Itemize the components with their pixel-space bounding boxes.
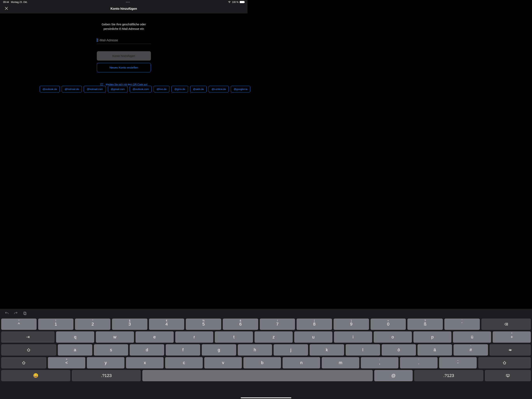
domain-chip[interactable]: @outlook.com [130,86,152,92]
domain-chip[interactable]: @outlook.de [40,86,60,92]
svg-point-0 [229,3,230,3]
wifi-icon [228,1,231,3]
multitask-dots[interactable] [126,2,129,3]
qr-icon [100,83,103,86]
domain-chip[interactable]: @web.de [190,86,207,92]
status-bar: 09:44 Montag 23. Okt. 100 % [0,0,247,4]
email-domain-suggestions: @outlook.de@hotmail.de@hotmail.com@gmail… [0,86,247,92]
domain-chip[interactable]: @live.de [154,86,169,92]
text-cursor [97,38,97,42]
status-date: Montag 23. Okt. [11,1,27,4]
add-account-button[interactable]: Konto hinzufügen [97,51,151,61]
svg-rect-2 [102,83,103,84]
prompt-text: Geben Sie Ihre geschäftliche oder persön… [102,22,146,31]
page-title: Konto hinzufügen [0,7,247,11]
main-content: Geben Sie Ihre geschäftliche oder persön… [0,13,247,86]
domain-chip[interactable]: @hotmail.com [84,86,106,92]
domain-chip[interactable]: @hotmail.de [62,86,82,92]
qr-signin-link[interactable]: Melden Sie sich mit dem QR-Code auf [100,83,147,86]
domain-chip[interactable]: @gmail.com [108,86,128,92]
close-icon[interactable] [5,6,8,11]
nav-bar: Konto hinzufügen [0,4,247,13]
svg-rect-1 [100,83,101,84]
svg-rect-4 [102,85,102,85]
create-account-button[interactable]: Neues Konto erstellen [97,63,151,72]
email-input[interactable] [97,39,151,42]
domain-chip[interactable]: @googlema [231,86,247,92]
domain-chip[interactable]: @t-online.de [209,86,229,92]
status-time: 09:44 [3,1,9,4]
email-field-wrapper[interactable] [97,39,151,44]
qr-signin-label: Melden Sie sich mit dem QR-Code auf [106,83,147,86]
battery-percent: 100 % [232,1,239,4]
battery-icon [240,1,244,3]
domain-chip[interactable]: @gmx.de [171,86,188,92]
